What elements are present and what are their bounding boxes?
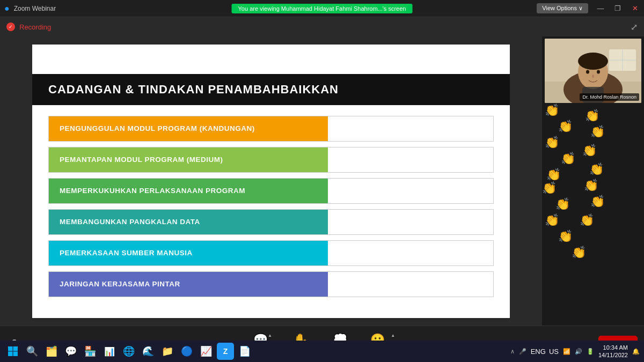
emoji-14: 👏 (584, 179, 598, 193)
battery-icon: 🔋 (587, 348, 594, 355)
slide-item-label-4: MEMBANGUNKAN PANGKALAN DATA (49, 210, 328, 234)
slide-content: PENGUNGGULAN MODUL PROGRAM (KANDUNGAN) P… (32, 105, 510, 318)
sys-tray: ENG US (531, 348, 559, 356)
main-area: CADANGAN & TINDAKAN PENAMBAHBAIKKAN PENG… (0, 36, 644, 326)
svg-rect-15 (13, 352, 18, 357)
emoji-4: 👏 (561, 152, 575, 166)
notification-icon[interactable]: 🔔 (632, 348, 640, 355)
slide-item-3: MEMPERKUKUHKAN PERLAKSANAAN PROGRAM (48, 178, 494, 204)
slide-white-top (32, 45, 510, 74)
slide-item-label-6: JARINGAN KERJASAMA PINTAR (49, 272, 328, 297)
ppt-icon[interactable]: 📈 (197, 343, 215, 360)
slide-container: CADANGAN & TINDAKAN PENAMBAHBAIKKAN PENG… (32, 45, 510, 318)
title-bar-controls: View Options ∨ — ❐ ✕ (537, 3, 640, 13)
slide-item-2: PEMANTAPAN MODUL PROGRAM (MEDIUM) (48, 147, 494, 173)
maximize-button[interactable]: ❐ (613, 4, 623, 12)
emoji-16: 👏 (580, 213, 594, 227)
powerpoint-icon[interactable]: 📊 (101, 343, 118, 360)
lang-label: ENG (531, 348, 546, 356)
widgets-icon[interactable]: 🗂️ (43, 343, 60, 360)
participant-panel: Dr. Mohd Roslan Rosnon 👏 👏 👏 👏 👏 👏 👏 👏 👏… (542, 36, 644, 326)
check-icon: ✓ (9, 24, 13, 29)
reactions-chevron-icon: ▲ (391, 333, 395, 338)
emoji-12: 👏 (582, 144, 597, 158)
svg-point-6 (597, 70, 600, 74)
participant-video: Dr. Mohd Roslan Rosnon (545, 39, 641, 103)
region-label: US (549, 348, 559, 356)
store-icon[interactable]: 🏪 (82, 343, 99, 360)
participant-name: Dr. Mohd Roslan Rosnon (580, 93, 639, 101)
slide-item-bar-3 (328, 179, 493, 203)
svg-point-4 (578, 53, 608, 70)
emoji-1: 👏 (545, 104, 559, 117)
svg-rect-13 (13, 346, 18, 351)
slide-item-bar-4 (328, 210, 493, 234)
slide-item-bar-6 (328, 272, 493, 297)
notification-arrow-icon[interactable]: ∧ (510, 348, 515, 355)
search-taskbar-icon[interactable]: 🔍 (24, 343, 41, 360)
slide-item-label-5: PEMERKASAAN SUMBER MANUSIA (49, 241, 328, 265)
emoji-3: 👏 (545, 136, 559, 150)
slide-item-label-3: MEMPERKUKUHKAN PERLAKSANAAN PROGRAM (49, 179, 328, 203)
chrome-icon[interactable]: 🌐 (120, 343, 137, 360)
title-bar-left: ● Zoom Webinar (4, 4, 56, 13)
slide-item-bar-5 (328, 241, 493, 265)
minimize-button[interactable]: — (596, 4, 605, 12)
volume-icon: 🔊 (575, 348, 582, 355)
emoji-6: 👏 (542, 181, 557, 195)
windows-taskbar: 🔍 🗂️ 💬 🏪 📊 🌐 🌊 📁 🔵 📈 Z 📄 ∧ 🎤 ENG US 📶 🔊 … (0, 341, 644, 362)
emoji-7: 👏 (555, 197, 570, 211)
slide-item-6: JARINGAN KERJASAMA PINTAR (48, 271, 494, 297)
view-options-button[interactable]: View Options ∨ (537, 3, 588, 13)
slide-area: CADANGAN & TINDAKAN PENAMBAHBAIKKAN PENG… (0, 36, 542, 326)
chat-chevron-icon: ▲ (268, 333, 272, 338)
emoji-5: 👏 (546, 168, 561, 182)
taskbar-right: ∧ 🎤 ENG US 📶 🔊 🔋 10:34 AM 14/11/2022 🔔 (510, 344, 640, 359)
taskbar-time-display: 10:34 AM (598, 344, 628, 351)
recording-label: Recording (19, 23, 51, 31)
zoom-taskbar-icon[interactable]: Z (217, 343, 234, 360)
svg-point-7 (592, 75, 594, 78)
taskbar-clock[interactable]: 10:34 AM 14/11/2022 (598, 344, 628, 359)
svg-point-5 (586, 70, 589, 74)
chat-taskbar-icon[interactable]: 💬 (62, 343, 79, 360)
wifi-icon: 📶 (563, 348, 570, 355)
title-bar: ● Zoom Webinar You are viewing Muhammad … (0, 0, 644, 17)
slide-item-bar-2 (328, 147, 493, 172)
emoji-2: 👏 (558, 120, 573, 134)
taskbar-date-display: 14/11/2022 (598, 351, 628, 359)
slide-title: CADANGAN & TINDAKAN PENAMBAHBAIKKAN (32, 74, 510, 105)
recording-bar: ✓ Recording ⤢ (0, 17, 644, 36)
zoom-icon: ● (4, 4, 10, 13)
emoji-11: 👏 (590, 125, 605, 139)
emoji-17: 👏 (572, 246, 586, 260)
slide-item-bar-1 (328, 116, 493, 141)
app-name: Zoom Webinar (14, 5, 56, 12)
mic-tray-icon: 🎤 (519, 348, 526, 355)
emoji-10: 👏 (585, 109, 599, 123)
emoji-15: 👏 (590, 195, 605, 209)
slide-item-label-2: PEMANTAPAN MODUL PROGRAM (MEDIUM) (49, 147, 328, 172)
slide-item-4: MEMBANGUNKAN PANGKALAN DATA (48, 209, 494, 235)
close-button[interactable]: ✕ (630, 4, 640, 12)
svg-rect-12 (8, 346, 13, 351)
svg-rect-14 (8, 352, 13, 357)
emoji-8: 👏 (545, 213, 559, 227)
emoji-9: 👏 (558, 230, 573, 243)
chrome2-icon[interactable]: 🔵 (178, 343, 195, 360)
emoji-13: 👏 (589, 162, 604, 176)
slide-item-label-1: PENGUNGGULAN MODUL PROGRAM (KANDUNGAN) (49, 116, 328, 141)
slide-item-5: PEMERKASAAN SUMBER MANUSIA (48, 240, 494, 266)
explorer-icon[interactable]: 📁 (159, 343, 176, 360)
recording-dot: ✓ (6, 23, 15, 31)
windows-start-icon[interactable] (4, 343, 21, 360)
slide-item-1: PENGUNGGULAN MODUL PROGRAM (KANDUNGAN) (48, 116, 494, 142)
acrobat-icon[interactable]: 📄 (236, 343, 253, 360)
screen-share-notice: You are viewing Muhammad Hidayat Fahmi S… (232, 4, 413, 13)
expand-icon[interactable]: ⤢ (631, 22, 638, 32)
edge-icon[interactable]: 🌊 (140, 343, 157, 360)
